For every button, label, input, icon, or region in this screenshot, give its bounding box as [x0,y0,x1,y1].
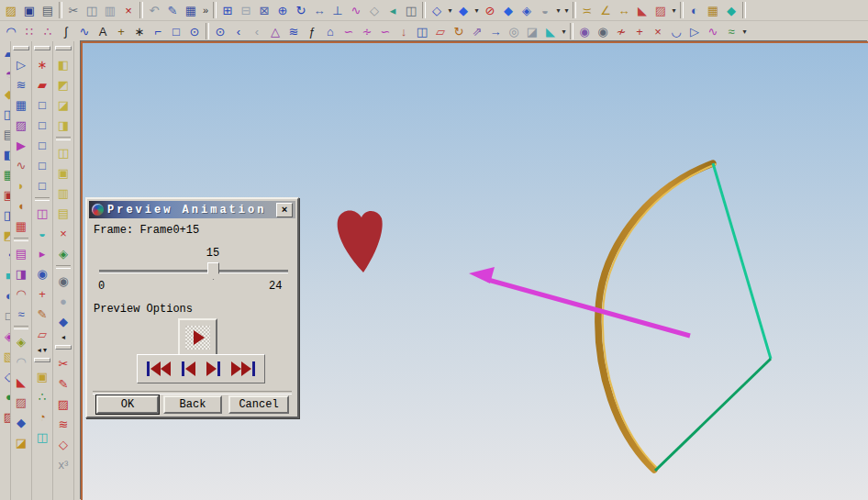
back-button[interactable]: Back [163,395,222,414]
toolbar-gripper[interactable] [55,46,72,50]
toolbar-gripper[interactable] [34,358,50,362]
mask-surface-icon[interactable]: ◒ [33,224,51,242]
go-start-button[interactable] [146,361,172,377]
corner-surface-icon[interactable]: ◣ [12,372,30,391]
surf-e-icon[interactable]: ▤ [0,125,11,143]
box-blue-icon[interactable]: ◆ [54,312,72,330]
box-lock-icon[interactable]: ◫ [54,143,72,161]
red-diamond-icon[interactable]: ◇ [54,435,72,453]
shaded-display-icon[interactable]: ◆ [499,1,517,19]
pick-move-icon[interactable]: ∿ [347,1,365,19]
dropdown-arrow-icon[interactable]: ▾ [670,1,678,19]
gray-ball-icon[interactable]: ● [54,292,72,310]
curve-edit-2-icon[interactable]: ∻ [358,22,376,40]
roll-sheet-icon[interactable]: ◔ [33,407,51,426]
gem-surface-icon[interactable]: ◈ [12,332,30,350]
previous-frame-button[interactable] [181,361,196,377]
art-render-icon[interactable]: ◒ [536,1,554,19]
query-doc-icon[interactable]: ◉ [594,22,612,40]
dialog-titlebar[interactable]: Preview Animation × [89,201,295,218]
profile-tool-icon[interactable]: ⌂ [321,22,339,40]
toolbar-gripper[interactable] [13,46,29,50]
fill-bucket-icon[interactable]: ◆ [722,1,740,19]
rectangle-tool-icon[interactable]: □ [167,22,185,40]
spline-tool-icon[interactable]: ∫ [57,22,75,40]
combine-sheet-icon[interactable]: ◫ [413,22,431,40]
fan-surface-icon[interactable]: ◠ [12,284,30,303]
frame-slider-thumb[interactable] [207,262,219,280]
dropdown-arrow-icon[interactable]: ▾ [562,1,571,19]
sheet-swirl-icon[interactable]: ◎ [505,22,523,40]
open-book-icon[interactable]: ◫ [33,204,51,222]
no-display-icon[interactable]: ⊘ [481,1,499,19]
project-curve-icon[interactable]: ↓ [395,22,413,40]
box-arrow-icon[interactable]: ◪ [54,95,72,114]
dock-mini-arrows[interactable]: ◂ [61,331,65,342]
fit-view-icon[interactable]: ⊞ [218,1,237,19]
sheet-1-icon[interactable]: □ [33,95,51,114]
sheet-table-icon[interactable]: ▦ [704,1,722,19]
corner-sheet-icon[interactable]: ▷ [685,22,704,40]
box-edit-icon[interactable]: ◧ [54,55,72,73]
window-back-icon[interactable]: ◂ [384,1,402,19]
formula-curve-icon[interactable]: ƒ [303,22,321,40]
patch-red-icon[interactable]: ▱ [33,325,51,343]
arc-ghost-icon[interactable]: ‹ [248,22,266,40]
layer-surface-icon[interactable]: ▤ [12,244,30,262]
shade-face-icon[interactable]: ◇ [365,1,384,19]
flatten-surface-icon[interactable]: ≈ [12,305,30,323]
axis-orientation-icon[interactable]: ⊥ [328,1,347,19]
arc-tool-icon[interactable]: ◠ [2,22,20,40]
sphere-render-icon[interactable]: ◐ [685,1,704,19]
curve-edit-1-icon[interactable]: ∽ [339,22,358,40]
window-gold-icon[interactable]: ▣ [33,367,51,385]
dim-triangle-icon[interactable]: ◣ [633,1,651,19]
toolbar-gripper[interactable] [34,46,50,50]
box-tool-icon[interactable]: ◨ [54,116,72,134]
pencil-surface-icon[interactable]: ✎ [33,305,51,323]
net-surface-icon[interactable]: ▨ [12,116,30,134]
point-pair-icon[interactable]: ∷ [20,22,39,40]
toolbar-gripper[interactable] [55,345,72,350]
surf-o-icon[interactable]: ◈ [0,327,11,345]
box-pin-icon[interactable]: ▥ [54,183,72,202]
fold-gold-icon[interactable]: ◪ [12,433,30,451]
red-pencil-icon[interactable]: ✎ [54,374,72,393]
dim-linear-icon[interactable]: ≍ [578,1,596,19]
surf-m-icon[interactable]: ◐ [0,286,11,305]
wireframe-display-icon[interactable]: ◇ [428,1,446,19]
ok-button[interactable]: OK [96,395,159,414]
text-tool-icon[interactable]: A [94,22,112,40]
point-add-icon[interactable]: + [112,22,130,40]
textured-display-icon[interactable]: ◈ [517,1,536,19]
dim-horizontal-icon[interactable]: ↔ [615,1,633,19]
circle-tool-icon[interactable]: ⊙ [185,22,204,40]
flag-surface-icon[interactable]: ▸ [33,244,51,262]
surf-s-icon[interactable]: ▨ [0,407,11,426]
edit-draft-icon[interactable]: ✎ [163,1,182,19]
surf-q-icon[interactable]: ◇ [0,367,11,385]
curve-edit-3-icon[interactable]: ∽ [376,22,395,40]
extend-curve-icon[interactable]: + [630,22,649,40]
net-points-icon[interactable]: ∗ [33,55,51,73]
wave-sheets-icon[interactable]: ≋ [12,75,30,94]
sheet-5-icon[interactable]: □ [33,176,51,194]
points-add-icon[interactable]: ∗ [130,22,149,40]
surf-n-icon[interactable]: □ [0,306,11,325]
surf-l-icon[interactable]: ■ [0,266,11,284]
helix-tool-icon[interactable]: ≋ [284,22,303,40]
toolbar-overflow-icon[interactable]: » [200,1,211,19]
rotate-curve-icon[interactable]: ↻ [450,22,468,40]
fold-sheet-icon[interactable]: ▷ [12,55,30,73]
brush-surface-icon[interactable]: ▨ [12,393,30,411]
play-button[interactable] [178,318,217,357]
save-window-icon[interactable]: ◫ [402,1,420,19]
loft-surface-icon[interactable]: ◖ [12,196,30,215]
x-cubed-icon[interactable]: x³ [54,455,72,473]
triangle-face-icon[interactable]: ◣ [541,22,560,40]
box-gear-icon[interactable]: ◉ [54,272,72,290]
offset-curve-icon[interactable]: → [486,22,505,40]
fit-points-icon[interactable]: ∿ [75,22,94,40]
cone-spiral-icon[interactable]: △ [266,22,284,40]
dock-mini-arrows[interactable]: ◂ ▾ [38,344,47,355]
